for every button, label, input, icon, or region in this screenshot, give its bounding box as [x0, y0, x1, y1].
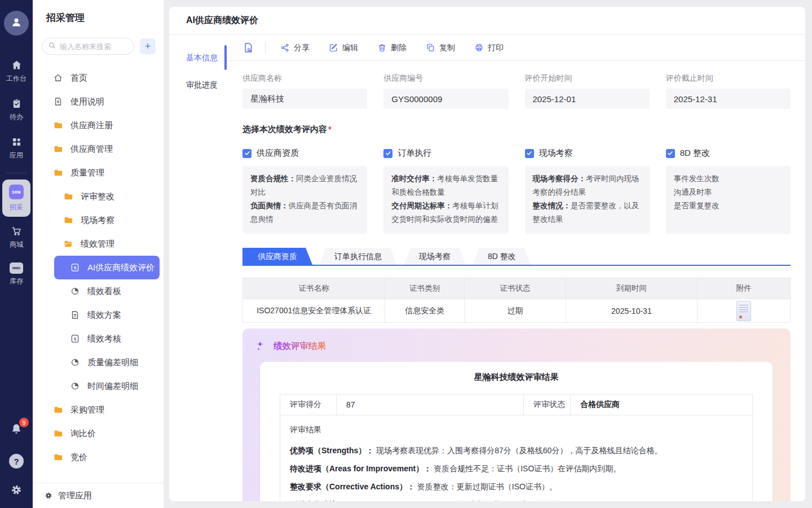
sidebar-item-supplier-mgmt[interactable]: 供应商管理 — [33, 137, 164, 161]
add-button[interactable]: + — [140, 38, 156, 54]
supplier-code-field[interactable]: GYS0000009 — [383, 89, 508, 109]
eval-start-field[interactable]: 2025-12-01 — [525, 89, 650, 109]
assessment-content-label: 选择本次绩效考评内容* — [242, 124, 791, 135]
manage-apps-label: 管理应用 — [58, 491, 92, 501]
performance-result-panel: 绩效评审结果 星瀚科技绩效评审结果 评审得分 87 评审状态 合格供应商 — [242, 329, 791, 501]
sidebar-item-performance-mgmt[interactable]: 绩效管理 — [33, 232, 164, 256]
tab-8d-rectify[interactable]: 8D 整改 — [473, 248, 531, 265]
share-button[interactable]: 分享 — [280, 43, 310, 53]
sidebar-item-quality-deviation[interactable]: 质量偏差明细 — [33, 351, 164, 374]
rail-item-workbench[interactable]: 工作台 — [6, 59, 27, 84]
rail-item-apps[interactable]: 应用 — [10, 136, 23, 160]
checkbox-supplier-qualification[interactable]: 供应商资质 — [242, 148, 367, 159]
sidebar-item-review-rectify[interactable]: 评审整改 — [33, 185, 164, 208]
field-supplier-code: 供应商编号 GYS0000009 — [383, 73, 508, 109]
sparkle-icon — [255, 340, 268, 353]
attachment-thumbnail[interactable] — [736, 301, 751, 321]
sidebar-search[interactable] — [42, 38, 134, 55]
rail-item-label: 工作台 — [6, 74, 27, 84]
sidebar-item-purchase-mgmt[interactable]: 采购管理 — [33, 398, 164, 422]
rail-item-label: 商城 — [10, 240, 23, 249]
print-button[interactable]: 打印 — [474, 43, 504, 53]
folder-icon — [53, 120, 63, 130]
page-title: AI供应商绩效评价 — [186, 15, 258, 27]
copy-label: 复制 — [439, 43, 455, 53]
rail-item-todo[interactable]: 待办 — [10, 98, 23, 122]
sidebar-item-inquiry[interactable]: 询比价 — [33, 422, 164, 445]
manage-apps-button[interactable]: 管理应用 — [33, 483, 164, 508]
checkbox-8d-rectify[interactable]: 8D 整改 — [666, 148, 791, 159]
sidebar-item-site-visit[interactable]: 现场考察 — [33, 208, 164, 232]
tab-supplier-qualification[interactable]: 供应商资质 — [242, 248, 312, 265]
rail-item-mall[interactable]: 商城 — [10, 225, 23, 249]
person-icon — [10, 15, 23, 31]
help-button[interactable]: ? — [9, 454, 24, 468]
settings-button[interactable] — [10, 483, 23, 499]
eval-end-field[interactable]: 2025-12-31 — [666, 89, 791, 109]
tab-basic-info[interactable]: 基本信息 — [169, 53, 226, 63]
pie-chart-icon — [70, 357, 80, 367]
score-value: 87 — [337, 395, 524, 415]
checkbox-checked-icon — [525, 149, 534, 158]
tab-order-execution-info[interactable]: 订单执行信息 — [319, 248, 397, 265]
sidebar-item-performance-assess[interactable]: S 绩效考核 — [33, 327, 164, 351]
result-card-title: 星瀚科技绩效评审结果 — [280, 372, 753, 383]
search-input[interactable] — [60, 42, 128, 51]
checkbox-site-visit[interactable]: 现场考察 — [525, 148, 650, 159]
sidebar-item-ai-supplier-eval[interactable]: S AI供应商绩效评价 — [54, 256, 160, 279]
gear-icon — [44, 491, 53, 500]
copy-button[interactable]: 复制 — [426, 43, 455, 53]
home-icon — [11, 59, 23, 71]
toolbar: 分享 编辑 删除 复制 — [226, 35, 805, 61]
column-header: 证书名称 — [243, 278, 385, 299]
tab-site-visit[interactable]: 现场考察 — [404, 248, 466, 265]
wms-app-icon: WMS — [10, 262, 23, 274]
field-label: 评价截止时间 — [666, 73, 791, 84]
sidebar-item-guide[interactable]: 使用说明 — [33, 90, 164, 113]
form-area: 供应商名称 星瀚科技 供应商编号 GYS0000009 评价开始时间 2025-… — [226, 61, 805, 501]
file-preview-icon — [242, 42, 254, 54]
folder-icon — [63, 215, 73, 225]
user-avatar[interactable] — [4, 11, 29, 36]
edit-button[interactable]: 编辑 — [329, 43, 358, 53]
edit-label: 编辑 — [342, 43, 358, 53]
checkbox-order-execution[interactable]: 订单执行 — [383, 148, 508, 159]
sidebar-item-bidding[interactable]: 竞价 — [33, 445, 164, 469]
sidebar-item-home[interactable]: 首页 — [33, 66, 164, 90]
sidebar-item-label: 质量偏差明细 — [87, 357, 138, 368]
result-label: 评审结果 — [290, 425, 741, 435]
supplier-name-field[interactable]: 星瀚科技 — [242, 89, 367, 109]
sidebar-item-performance-plan[interactable]: 绩效方案 — [33, 303, 164, 327]
folder-icon — [53, 405, 63, 415]
rail-item-inventory[interactable]: WMS 库存 — [10, 262, 23, 286]
sidebar-item-label: 绩效看板 — [87, 286, 121, 297]
checkbox-label: 现场考察 — [539, 148, 573, 159]
notification-badge: 9 — [19, 418, 29, 427]
preview-button[interactable] — [242, 42, 258, 54]
sidebar-item-supplier-register[interactable]: 供应商注册 — [33, 113, 164, 137]
checkbox-card-qualification: 供应商资质 资质合规性：同类企业资质情况对比 负面舆情：供应商是否有负面消息舆情 — [242, 148, 367, 234]
search-icon — [48, 41, 56, 52]
document-icon — [70, 310, 80, 320]
notifications-button[interactable]: 9 — [10, 422, 23, 438]
checkbox-description: 事件发生次数 沟通及时率 是否重复整改 — [666, 166, 791, 234]
rail-item-procurement-active[interactable]: SRM 招采 — [2, 179, 30, 217]
sidebar-item-performance-board[interactable]: 绩效看板 — [33, 279, 164, 303]
checkbox-checked-icon — [242, 149, 251, 158]
folder-icon — [53, 428, 63, 439]
delete-button[interactable]: 删除 — [377, 43, 407, 53]
field-label: 评价开始时间 — [525, 73, 650, 84]
checkbox-card-order: 订单执行 准时交付率：考核每单发货数量和质检合格数量 交付周期达标率：考核每单计… — [383, 148, 508, 234]
sidebar-menu: 首页 使用说明 供应商注册 供应商管理 质量管理 评审整改 — [33, 66, 164, 483]
certificate-table: 证书名称 证书类别 证书状态 到期时间 附件 ISO27001信息安全管理体系认… — [242, 278, 791, 323]
side-tab-column: 基本信息 审批进度 — [169, 35, 226, 501]
field-supplier-name: 供应商名称 星瀚科技 — [242, 73, 367, 109]
tab-approval-progress[interactable]: 审批进度 — [169, 80, 226, 90]
module-sidebar: 招采管理 + 首页 使用说明 供应商注册 — [33, 0, 164, 508]
checkbox-description: 准时交付率：考核每单发货数量和质检合格数量 交付周期达标率：考核每单计划交货时间… — [383, 166, 508, 234]
sidebar-item-time-deviation[interactable]: 时间偏差明细 — [33, 374, 164, 398]
result-card: 星瀚科技绩效评审结果 评审得分 87 评审状态 合格供应商 — [260, 362, 773, 501]
sidebar-item-quality-mgmt[interactable]: 质量管理 — [33, 161, 164, 185]
checkbox-description: 现场考察得分：考评时间内现场考察的得分结果 整改情况：是否需要整改，以及整改结果 — [525, 166, 650, 234]
column-header: 附件 — [697, 278, 790, 299]
